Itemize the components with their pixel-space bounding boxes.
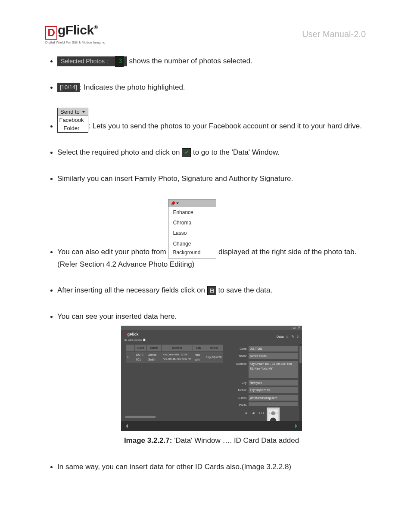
input-photo-path[interactable] <box>249 402 298 406</box>
send-to-item-folder[interactable]: Folder <box>58 124 88 132</box>
brand-logo: DgFlick® Digital World For Still & Motio… <box>45 24 105 44</box>
bullet-send-to: Send to Facebook Folder : Lets you to se… <box>57 108 366 133</box>
bullet-other-idcards: In same way, you can insert data for oth… <box>57 461 366 473</box>
help-icon[interactable]: ? <box>297 334 299 340</box>
window-close-icon[interactable]: ✕ <box>298 326 301 330</box>
window-maximize-icon[interactable]: ▭ <box>293 326 296 330</box>
grid-header-code[interactable]: Code <box>135 344 147 351</box>
label-address: Address <box>228 361 247 367</box>
label-city: City <box>228 380 247 386</box>
bullet-text: : Lets you to send the photos to your Fa… <box>88 122 362 130</box>
pager-next-icon[interactable]: ▶ <box>269 411 271 416</box>
logo-tagline: Digital World For Still & Motion Imaging <box>45 40 105 44</box>
input-email[interactable]: jamessmith@dg.com <box>249 395 298 401</box>
edit-menu-item-change-background[interactable]: Change Background <box>168 239 216 258</box>
edit-menu-item-lasso[interactable]: Lasso <box>168 228 216 238</box>
brush-icon <box>170 200 176 206</box>
cell-mobile: +1(720)1070 <box>204 351 223 363</box>
vertical-scrollbar[interactable] <box>299 344 302 430</box>
bullet-text: After inserting all the necessary fields… <box>57 286 207 294</box>
pager-position: 1 / 1 <box>258 411 265 416</box>
bullet-other-inserts: Similarly you can insert Family Photo, S… <box>57 173 366 185</box>
grid-header-city[interactable]: City <box>193 344 204 351</box>
bullet-text: to save the data. <box>216 286 272 294</box>
edit-menu-header[interactable] <box>168 199 216 207</box>
form-panel: CodeDG-T-001 NameJames Smith AddressKey … <box>225 344 302 430</box>
label-photo: Photo <box>228 402 247 408</box>
bullet-save-data: After inserting all the necessary fields… <box>57 284 366 297</box>
input-mobile[interactable]: +1(720)107070 <box>249 387 298 393</box>
data-grid-panel: Code Name Address City Mobile 1 DG-T-001… <box>121 344 225 430</box>
bullet-edit-photo: You can also edit your photo from Enhanc… <box>57 199 366 271</box>
bullet-text: Select the required photo and click on <box>57 148 182 156</box>
grid-header-name[interactable]: Name <box>147 344 162 351</box>
caption-label: Image 3.2.2.7: <box>124 436 172 445</box>
tab-data-label[interactable]: Data <box>277 334 284 340</box>
bullet-text: In same way, you can insert data for oth… <box>57 463 291 471</box>
label-email: E-mail <box>228 395 247 401</box>
input-name[interactable]: James Smith <box>249 353 298 359</box>
edit-menu-item-enhance[interactable]: Enhance <box>168 207 216 218</box>
forward-arrow-icon[interactable] <box>293 423 299 429</box>
back-arrow-icon[interactable] <box>124 423 131 429</box>
instruction-list: Selected Photos : 3 shows the number of … <box>45 55 366 473</box>
bullet-select-photo: Select the required photo and click on t… <box>57 146 366 159</box>
input-address[interactable]: Key Dream Bld., 32 7th Ave, Rm 38, New Y… <box>249 361 298 378</box>
cell-index: 1 <box>126 351 135 363</box>
logo-mark: DgFlick® <box>45 24 98 40</box>
caption-text: 'Data' Window …. ID Card Data added <box>172 436 299 445</box>
send-to-menu[interactable]: Send to Facebook Folder <box>57 108 88 133</box>
screenshot-caption: Image 3.2.2.7: 'Data' Window …. ID Card … <box>57 435 366 447</box>
data-grid[interactable]: Code Name Address City Mobile 1 DG-T-001… <box>125 344 224 363</box>
highlight-chip: [10/14] <box>57 83 80 92</box>
app-footer <box>121 421 302 431</box>
send-to-item-facebook[interactable]: Facebook <box>58 116 88 124</box>
app-screenshot: — ▭ ✕ DgFlick ID Card xpress 📋 Data <box>121 326 302 431</box>
window-titlebar: — ▭ ✕ <box>121 326 302 330</box>
grid-header-address[interactable]: Address <box>162 344 193 351</box>
label-mobile: Mobile <box>228 387 247 393</box>
confirm-check-icon[interactable] <box>182 148 191 157</box>
chevron-down-icon <box>176 202 179 204</box>
app-header: DgFlick ID Card xpress 📋 Data ⌂ ✎ ? <box>121 330 302 344</box>
label-name: Name <box>228 353 247 359</box>
bullet-text: Similarly you can insert Family Photo, S… <box>57 174 293 183</box>
input-code[interactable]: DG-T-001 <box>249 346 298 352</box>
window-minimize-icon[interactable]: — <box>287 326 291 330</box>
grid-header-mobile[interactable]: Mobile <box>204 344 223 351</box>
grid-header-index <box>126 344 135 351</box>
horizontal-scrollbar[interactable] <box>125 416 156 418</box>
settings-icon[interactable]: ✎ <box>291 334 294 340</box>
pager-first-icon[interactable]: ⏮ <box>245 411 248 416</box>
document-page: DgFlick® Digital World For Still & Motio… <box>45 24 366 508</box>
bullet-text: to go to the 'Data' Window. <box>191 148 280 156</box>
pager-last-icon[interactable]: ⏭ <box>275 411 278 416</box>
bullet-text: You can see your inserted data here. <box>57 312 177 320</box>
chevron-down-icon <box>82 111 85 113</box>
bullet-text: You can also edit your photo from <box>57 248 168 256</box>
selected-photos-chip[interactable]: Selected Photos : 3 <box>57 56 127 66</box>
manual-version: User Manual-2.0 <box>302 29 366 39</box>
pager-prev-icon[interactable]: ◀ <box>252 411 254 416</box>
send-to-header[interactable]: Send to <box>58 108 88 116</box>
cell-name: James Smith <box>147 351 162 363</box>
table-row[interactable]: 1 DG-T-001 James Smith Key Dream Bld., 3… <box>126 351 224 363</box>
bullet-see-data: You can see your inserted data here. — ▭… <box>57 311 366 447</box>
cell-code: DG-T-001 <box>135 351 147 363</box>
chip-count: 3 <box>115 56 124 67</box>
edit-menu[interactable]: Enhance Chroma Lasso Change Background <box>168 199 216 258</box>
bullet-text: : Indicates the photo highlighted. <box>80 83 185 91</box>
record-pager[interactable]: ⏮ ◀ 1 / 1 ▶ ⏭ <box>225 411 298 416</box>
label-code: Code <box>228 346 247 352</box>
home-icon[interactable]: ⌂ <box>286 334 289 340</box>
cell-city: New york <box>193 351 204 363</box>
chip-label: Selected Photos : <box>61 56 108 67</box>
bullet-selected-photos: Selected Photos : 3 shows the number of … <box>57 55 366 68</box>
input-city[interactable]: New york <box>249 380 298 386</box>
save-icon[interactable] <box>207 286 216 295</box>
bullet-text: shows the number of photos selected. <box>127 57 252 65</box>
page-header: DgFlick® Digital World For Still & Motio… <box>45 24 366 44</box>
bullet-highlighted-indicator: [10/14]: Indicates the photo highlighted… <box>57 81 366 94</box>
cell-address: Key Dream Bld., 32 7th Ave, Rm 38, New Y… <box>162 351 193 363</box>
edit-menu-item-chroma[interactable]: Chroma <box>168 218 216 228</box>
